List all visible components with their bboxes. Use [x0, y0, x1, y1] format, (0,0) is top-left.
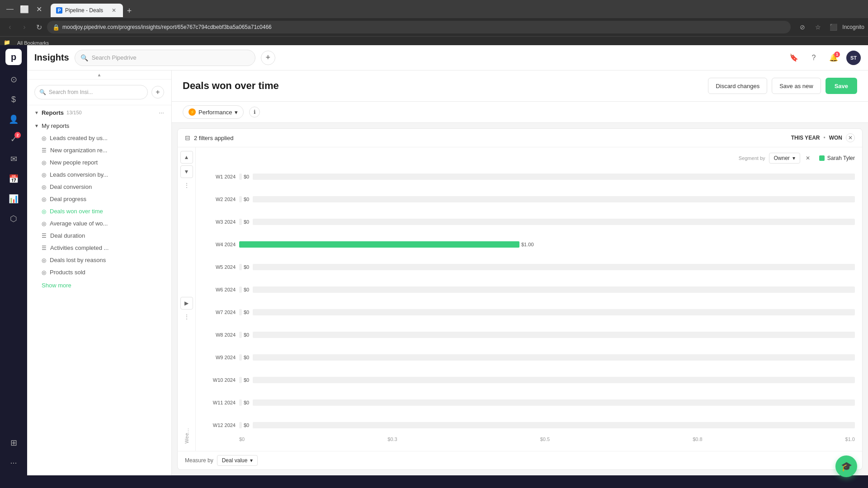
- sidebar-more-button[interactable]: ···: [159, 109, 164, 116]
- bar-row[interactable]: $0: [239, 256, 855, 278]
- nav-more-icon[interactable]: ···: [5, 454, 23, 472]
- average-value-label: Average value of wo...: [50, 220, 108, 227]
- nav-home-icon[interactable]: ⊙: [5, 70, 23, 89]
- nav-calendar-icon[interactable]: 📅: [5, 170, 23, 188]
- sidebar-add-button[interactable]: +: [151, 86, 164, 99]
- performance-button[interactable]: ⚡ Performance ▾: [183, 105, 244, 119]
- save-button[interactable]: Save: [826, 78, 857, 94]
- bar-row[interactable]: $0: [239, 414, 855, 436]
- bar-row[interactable]: $1.00: [239, 233, 855, 256]
- sidebar-item-deals-won[interactable]: ◎ Deals won over time: [27, 205, 171, 217]
- filters-bar: ⊟ 2 filters applied THIS YEAR • WON ✕: [178, 129, 862, 147]
- bar-row[interactable]: $0: [239, 301, 855, 324]
- nav-activities-icon[interactable]: ✓ 2: [5, 130, 23, 148]
- help-fab-button[interactable]: 🎓: [835, 455, 857, 475]
- notification-icon-button[interactable]: 🔔 1: [826, 51, 841, 65]
- browser-tab[interactable]: P Pipeline - Deals ✕: [51, 4, 123, 17]
- segment-dropdown[interactable]: Owner ▾: [769, 153, 800, 164]
- save-as-new-button[interactable]: Save as new: [772, 78, 821, 94]
- reports-count: 13/150: [66, 110, 82, 115]
- new-tab-button[interactable]: +: [123, 5, 136, 17]
- browser-nav-controls: — ⬜ ✕: [4, 3, 45, 15]
- close-button[interactable]: ✕: [33, 3, 45, 15]
- search-icon: 🔍: [80, 54, 88, 61]
- reports-section-header[interactable]: ▼ Reports 13/150 ···: [27, 105, 171, 120]
- sidebar-item-deal-duration[interactable]: ☰ Deal duration: [27, 230, 171, 242]
- filter-separator: •: [823, 135, 825, 141]
- bar-row[interactable]: $0: [239, 391, 855, 414]
- star-icon[interactable]: ☆: [811, 21, 824, 33]
- nav-reports-icon[interactable]: 📊: [5, 190, 23, 208]
- activities-label: Activities completed ...: [50, 244, 108, 251]
- sidebar-item-deal-progress[interactable]: ◎ Deal progress: [27, 193, 171, 205]
- deal-progress-label: Deal progress: [50, 196, 86, 202]
- discard-changes-button[interactable]: Discard changes: [708, 78, 767, 94]
- products-sold-icon: ◎: [42, 269, 46, 276]
- chart-scroll-up-button[interactable]: ▲: [180, 151, 193, 164]
- sidebar-search[interactable]: 🔍 Search from Insi...: [34, 85, 148, 99]
- bar-value-label: $1.00: [521, 242, 534, 247]
- sidebar-item-leads-created[interactable]: ◎ Leads created by us...: [27, 132, 171, 144]
- filter-close-button[interactable]: ✕: [846, 133, 855, 142]
- bar-background: [253, 399, 855, 406]
- bar-value-label: $0: [244, 174, 249, 179]
- measure-dropdown[interactable]: Deal value ▾: [217, 455, 258, 466]
- bar-fill: [239, 241, 519, 248]
- nav-products-icon[interactable]: ⬡: [5, 210, 23, 228]
- forward-button[interactable]: ›: [18, 21, 31, 33]
- bookmark-icon-button[interactable]: 🔖: [787, 51, 801, 65]
- segment-close-button[interactable]: ✕: [804, 154, 812, 162]
- tab-close-button[interactable]: ✕: [110, 7, 118, 14]
- bar-row[interactable]: $0: [239, 324, 855, 346]
- bar-row[interactable]: $0: [239, 369, 855, 391]
- app-logo[interactable]: p: [5, 49, 22, 65]
- bar-week-label: W6 2024: [203, 284, 239, 295]
- extension-icon[interactable]: ⬛: [827, 21, 840, 33]
- filters-applied-text: 2 filters applied: [194, 135, 233, 141]
- sidebar-item-average-value[interactable]: ◎ Average value of wo...: [27, 217, 171, 230]
- show-more-button[interactable]: Show more: [27, 278, 79, 292]
- bar-row[interactable]: $0: [239, 211, 855, 233]
- nav-contacts-icon[interactable]: 👤: [5, 110, 23, 128]
- new-people-icon: ◎: [42, 160, 46, 166]
- bar-row[interactable]: $0: [239, 188, 855, 211]
- user-avatar[interactable]: ST: [846, 51, 861, 65]
- bar-zero: [239, 174, 242, 180]
- maximize-button[interactable]: ⬜: [18, 3, 31, 15]
- address-bar[interactable]: 🔒 moodjoy.pipedrive.com/progress/insight…: [47, 21, 791, 33]
- nav-mail-icon[interactable]: ✉: [5, 150, 23, 168]
- bar-zero: [239, 286, 242, 293]
- bar-week-label: W9 2024: [203, 352, 239, 363]
- sidebar-item-deals-lost[interactable]: ◎ Deals lost by reasons: [27, 254, 171, 266]
- bar-zero: [239, 422, 242, 428]
- sidebar-item-activities[interactable]: ☰ Activities completed ...: [27, 242, 171, 254]
- nav-grid-icon[interactable]: ⊞: [5, 434, 23, 452]
- bar-row[interactable]: $0: [239, 165, 855, 188]
- nav-deals-icon[interactable]: $: [5, 90, 23, 108]
- sidebar-item-deal-conversion[interactable]: ◎ Deal conversion: [27, 181, 171, 193]
- minimize-button[interactable]: —: [4, 3, 16, 15]
- back-button[interactable]: ‹: [4, 21, 16, 33]
- reports-section-title: Reports: [42, 109, 64, 116]
- chart-expand-button[interactable]: ▶: [180, 297, 193, 310]
- header-add-button[interactable]: +: [261, 51, 275, 65]
- average-value-icon: ◎: [42, 221, 46, 227]
- chart-scroll-down-button[interactable]: ▼: [180, 165, 193, 178]
- sidebar-item-leads-conversion[interactable]: ◎ Leads conversion by...: [27, 169, 171, 181]
- no-script-icon[interactable]: ⊘: [796, 21, 809, 33]
- deal-duration-label: Deal duration: [50, 232, 85, 239]
- sidebar-scroll-up[interactable]: ▲: [27, 70, 171, 80]
- help-icon-button[interactable]: ?: [807, 51, 821, 65]
- won-filter-badge: WON: [829, 135, 842, 141]
- reload-button[interactable]: ↻: [33, 21, 45, 33]
- sidebar-item-products-sold[interactable]: ◎ Products sold: [27, 266, 171, 278]
- bar-row[interactable]: $0: [239, 346, 855, 369]
- my-reports-subsection[interactable]: ▼ My reports: [27, 120, 171, 132]
- sidebar-item-new-people[interactable]: ◎ New people report: [27, 156, 171, 169]
- bar-zero: [239, 377, 242, 383]
- header-search-bar[interactable]: 🔍 Search Pipedrive: [75, 50, 255, 66]
- info-button[interactable]: ℹ: [249, 107, 260, 117]
- bar-row[interactable]: $0: [239, 278, 855, 301]
- measure-arrow: ▾: [250, 457, 253, 464]
- sidebar-item-new-org[interactable]: ☰ New organization re...: [27, 144, 171, 156]
